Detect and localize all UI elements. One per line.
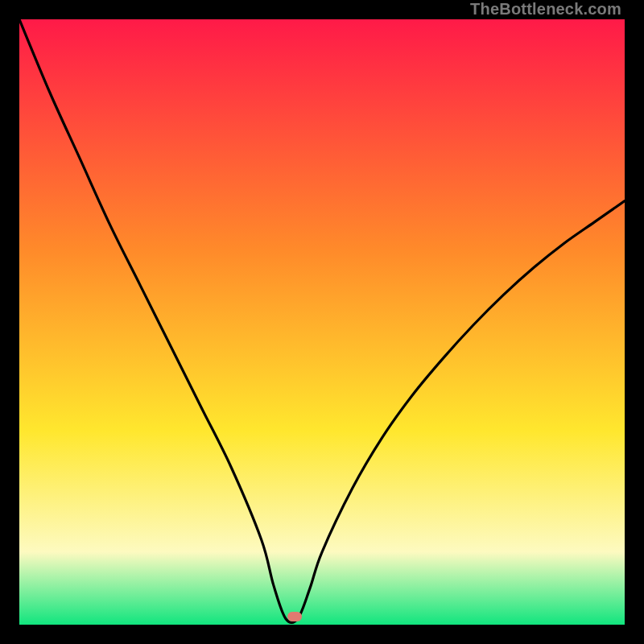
chart-frame: TheBottleneck.com <box>0 0 644 644</box>
optimum-marker <box>287 612 302 621</box>
bottleneck-curve <box>19 19 625 625</box>
plot-area <box>19 19 625 625</box>
watermark-text: TheBottleneck.com <box>470 0 621 19</box>
